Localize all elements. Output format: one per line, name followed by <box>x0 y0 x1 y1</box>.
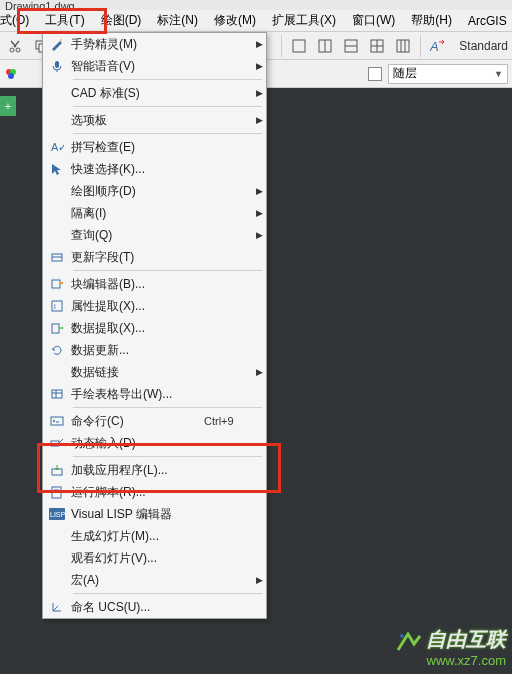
svg-rect-22 <box>55 61 59 68</box>
menu-item-label: 选项板 <box>71 112 204 129</box>
menu-item[interactable]: CAD 标准(S)▶ <box>43 82 266 104</box>
menu-item-label: 拼写检查(E) <box>71 139 204 156</box>
menu-item-label: 更新字段(T) <box>71 249 204 266</box>
svg-rect-33 <box>51 417 63 425</box>
svg-rect-6 <box>293 40 305 52</box>
dyn-icon <box>43 436 71 450</box>
menu-modify[interactable]: 修改(M) <box>206 9 264 32</box>
menu-item-label: 观看幻灯片(V)... <box>71 550 204 567</box>
svg-rect-34 <box>51 441 59 446</box>
svg-rect-14 <box>397 40 409 52</box>
text-style-icon[interactable]: A <box>427 35 449 57</box>
menu-item[interactable]: 命名 UCS(U)... <box>43 596 266 618</box>
layer-combo[interactable]: 随层 ▼ <box>388 64 508 84</box>
menu-item-label: 块编辑器(B)... <box>71 276 204 293</box>
menu-window[interactable]: 窗口(W) <box>344 9 403 32</box>
svg-rect-26 <box>52 280 60 288</box>
menu-item-label: 数据更新... <box>71 342 204 359</box>
menu-item[interactable]: 数据提取(X)... <box>43 317 266 339</box>
lisp-icon: LISP <box>43 508 71 520</box>
menu-item[interactable]: 选项板▶ <box>43 109 266 131</box>
menu-bar: 式(O) 工具(T) 绘图(D) 标注(N) 修改(M) 扩展工具(X) 窗口(… <box>0 10 512 32</box>
menu-item[interactable]: 宏(A)▶ <box>43 569 266 591</box>
menu-item[interactable]: 隔离(I)▶ <box>43 202 266 224</box>
svg-point-20 <box>8 73 14 79</box>
menu-format[interactable]: 式(O) <box>0 9 37 32</box>
color-swatch[interactable] <box>368 67 382 81</box>
dataex-icon <box>43 321 71 335</box>
menu-item[interactable]: 手势精灵(M)▶ <box>43 33 266 55</box>
menu-item[interactable]: 手绘表格导出(W)... <box>43 383 266 405</box>
menu-item[interactable]: 数据更新... <box>43 339 266 361</box>
menu-extension[interactable]: 扩展工具(X) <box>264 9 344 32</box>
attr-icon: i <box>43 299 71 313</box>
svg-text:LISP: LISP <box>50 511 65 518</box>
menu-item[interactable]: 快速选择(K)... <box>43 158 266 180</box>
menu-item[interactable]: 观看幻灯片(V)... <box>43 547 266 569</box>
menu-item-label: Visual LISP 编辑器 <box>71 506 204 523</box>
block-icon <box>43 277 71 291</box>
table-icon <box>43 387 71 401</box>
menu-item-label: 数据链接 <box>71 364 204 381</box>
grid1-button[interactable] <box>288 35 310 57</box>
menu-separator <box>73 456 262 457</box>
ucs-icon <box>43 600 71 614</box>
menu-separator <box>73 106 262 107</box>
menu-item[interactable]: 数据链接▶ <box>43 361 266 383</box>
menu-item[interactable]: LISPVisual LISP 编辑器 <box>43 503 266 525</box>
wizard-icon <box>43 37 71 51</box>
svg-point-0 <box>10 48 14 52</box>
tools-dropdown: 手势精灵(M)▶智能语音(V)▶CAD 标准(S)▶选项板▶A✓拼写检查(E)快… <box>42 32 267 619</box>
text-style-label: Standard <box>459 39 508 53</box>
refresh-icon <box>43 343 71 357</box>
submenu-arrow-icon: ▶ <box>252 88 266 98</box>
sidebar-tab[interactable]: + <box>0 96 16 116</box>
submenu-arrow-icon: ▶ <box>252 575 266 585</box>
menu-arcgis[interactable]: ArcGIS <box>460 11 512 31</box>
select-icon <box>43 162 71 176</box>
menu-item-label: 绘图顺序(D) <box>71 183 204 200</box>
cut-button[interactable] <box>4 35 26 57</box>
svg-text:A✓: A✓ <box>51 141 64 153</box>
menu-item[interactable]: i属性提取(X)... <box>43 295 266 317</box>
menu-item[interactable]: 动态输入(D) <box>43 432 266 454</box>
gridx-button[interactable] <box>392 35 414 57</box>
menu-item[interactable]: 更新字段(T) <box>43 246 266 268</box>
menu-item[interactable]: 块编辑器(B)... <box>43 273 266 295</box>
menu-item[interactable]: 智能语音(V)▶ <box>43 55 266 77</box>
separator <box>281 35 282 57</box>
spell-icon: A✓ <box>43 140 71 154</box>
menu-separator <box>73 79 262 80</box>
menu-item-label: 手绘表格导出(W)... <box>71 386 204 403</box>
submenu-arrow-icon: ▶ <box>252 186 266 196</box>
menu-item-label: 快速选择(K)... <box>71 161 204 178</box>
svg-point-21 <box>60 39 62 41</box>
separator <box>420 35 421 57</box>
menu-item[interactable]: 生成幻灯片(M)... <box>43 525 266 547</box>
menu-item[interactable]: 运行脚本(R)... <box>43 481 266 503</box>
load-icon <box>43 463 71 477</box>
menu-item[interactable]: A✓拼写检查(E) <box>43 136 266 158</box>
menu-item-label: 手势精灵(M) <box>71 36 204 53</box>
svg-point-1 <box>16 48 20 52</box>
submenu-arrow-icon: ▶ <box>252 61 266 71</box>
menu-separator <box>73 407 262 408</box>
menu-draw[interactable]: 绘图(D) <box>93 9 150 32</box>
menu-item[interactable]: 加载应用程序(L)... <box>43 459 266 481</box>
menu-annotation[interactable]: 标注(N) <box>149 9 206 32</box>
menu-item[interactable]: 命令行(C)Ctrl+9 <box>43 410 266 432</box>
menu-item-label: 查询(Q) <box>71 227 204 244</box>
script-icon <box>43 485 71 499</box>
color-button[interactable] <box>4 67 20 81</box>
grid2-button[interactable] <box>314 35 336 57</box>
menu-tools[interactable]: 工具(T) <box>37 9 92 32</box>
menu-item[interactable]: 绘图顺序(D)▶ <box>43 180 266 202</box>
menu-item[interactable]: 查询(Q)▶ <box>43 224 266 246</box>
grid3-button[interactable] <box>340 35 362 57</box>
svg-text:A: A <box>430 39 439 53</box>
menu-help[interactable]: 帮助(H) <box>403 9 460 32</box>
menu-item-label: 隔离(I) <box>71 205 204 222</box>
menu-item-label: 命令行(C) <box>71 413 204 430</box>
grid4-button[interactable] <box>366 35 388 57</box>
menu-item-label: CAD 标准(S) <box>71 85 204 102</box>
